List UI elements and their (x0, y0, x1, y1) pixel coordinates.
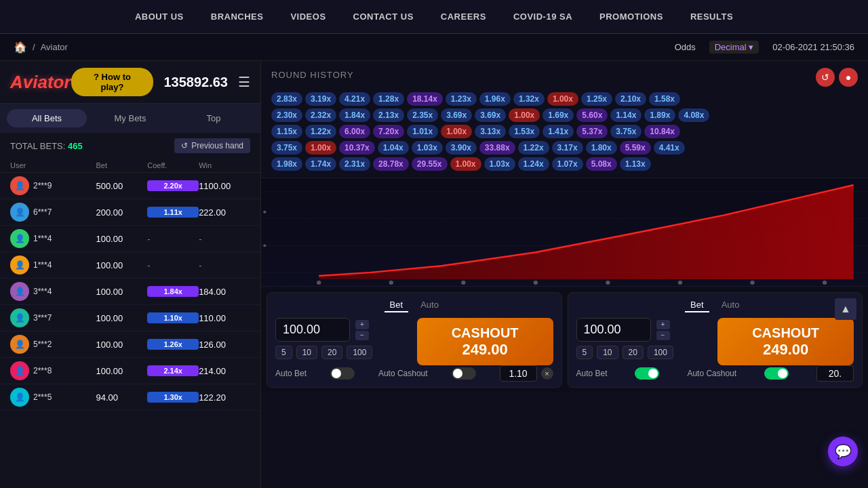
auto-cashout-clear-1[interactable]: × (541, 367, 553, 380)
quick-bet-20[interactable]: 20 (321, 346, 342, 359)
bet-panel-2-tab-auto[interactable]: Auto (716, 298, 745, 312)
auto-cashout-value-2[interactable] (816, 365, 854, 382)
history-badge[interactable]: 1.25x (581, 92, 612, 106)
history-badge[interactable]: 2.83x (271, 92, 302, 106)
history-badge[interactable]: 1.24x (518, 157, 549, 171)
history-badge[interactable]: 1.98x (271, 157, 302, 171)
history-badge[interactable]: 1.04x (378, 141, 409, 155)
history-badge[interactable]: 3.19x (305, 92, 336, 106)
history-badge[interactable]: 18.14x (407, 92, 443, 106)
history-badge[interactable]: 1.69x (542, 108, 574, 122)
history-badge[interactable]: 1.00x (305, 141, 336, 155)
history-badge[interactable]: 1.14x (610, 108, 642, 122)
history-badge[interactable]: 2.35x (407, 108, 438, 122)
history-badge[interactable]: 1.32x (513, 92, 545, 106)
auto-cashout-toggle-2[interactable] (764, 367, 789, 380)
history-badge[interactable]: 1.00x (441, 125, 472, 138)
tab-my-bets[interactable]: My Bets (90, 109, 170, 127)
nav-branches[interactable]: BRANCHES (211, 12, 264, 22)
history-badge[interactable]: 1.00x (450, 157, 481, 171)
nav-videos[interactable]: VIDEOS (290, 12, 326, 22)
history-badge[interactable]: 3.69x (475, 108, 506, 122)
history-badge[interactable]: 1.74x (305, 157, 336, 171)
history-record-button[interactable]: ● (839, 68, 858, 87)
quick-bet-2-5[interactable]: 5 (576, 346, 593, 359)
nav-covid19[interactable]: COVID-19 SA (513, 12, 572, 22)
history-badge[interactable]: 5.60x (576, 108, 608, 122)
history-badge[interactable]: 1.41x (542, 125, 574, 138)
home-icon[interactable]: 🏠 (14, 41, 27, 54)
quick-bet-100[interactable]: 100 (347, 346, 372, 359)
history-badge[interactable]: 1.07x (552, 157, 583, 171)
history-badge[interactable]: 1.80x (586, 141, 617, 155)
history-badge[interactable]: 1.00x (509, 108, 540, 122)
bet-panel-1-decrement[interactable]: − (355, 331, 369, 340)
history-badge[interactable]: 4.41x (654, 141, 685, 155)
history-badge[interactable]: 2.31x (339, 157, 370, 171)
history-badge[interactable]: 1.22x (518, 141, 549, 155)
bet-panel-2-tab-bet[interactable]: Bet (685, 298, 709, 312)
nav-about-us[interactable]: ABOUT US (135, 12, 184, 22)
tab-all-bets[interactable]: All Bets (7, 109, 87, 127)
cashout-button-2[interactable]: CASHOUT 249.00 (717, 318, 854, 365)
history-badge[interactable]: 3.75x (610, 125, 642, 138)
history-badge[interactable]: 33.88x (479, 141, 515, 155)
history-badge[interactable]: 1.01x (407, 125, 438, 138)
nav-contact-us[interactable]: CONTACT US (353, 12, 414, 22)
history-badge[interactable]: 2.32x (305, 108, 336, 122)
history-badge[interactable]: 1.58x (649, 92, 680, 106)
history-badge[interactable]: 1.28x (373, 92, 404, 106)
history-badge[interactable]: 3.90x (446, 141, 477, 155)
auto-cashout-value-1[interactable] (500, 365, 537, 382)
history-badge[interactable]: 1.23x (446, 92, 477, 106)
bet-panel-1-tab-bet[interactable]: Bet (384, 298, 409, 312)
history-badge[interactable]: 10.84x (644, 125, 680, 138)
history-badge[interactable]: 28.78x (373, 157, 409, 171)
history-badge[interactable]: 3.69x (441, 108, 472, 122)
history-badge[interactable]: 5.37x (576, 125, 608, 138)
quick-bet-5[interactable]: 5 (275, 346, 292, 359)
quick-bet-2-10[interactable]: 10 (597, 346, 618, 359)
history-refresh-button[interactable]: ↺ (816, 68, 835, 87)
quick-bet-10[interactable]: 10 (296, 346, 317, 359)
history-badge[interactable]: 2.13x (373, 108, 404, 122)
odds-dropdown[interactable]: Decimal ▾ (709, 41, 760, 54)
history-badge[interactable]: 5.59x (620, 141, 651, 155)
scroll-up-button[interactable]: ▲ (835, 298, 856, 320)
history-badge[interactable]: 1.53x (509, 125, 540, 138)
bet-panel-2-amount-input[interactable] (576, 318, 651, 342)
cashout-button-1[interactable]: CASHOUT 249.00 (417, 318, 553, 365)
history-badge[interactable]: 1.15x (271, 125, 302, 138)
history-badge[interactable]: 1.96x (479, 92, 511, 106)
history-badge[interactable]: 5.08x (586, 157, 617, 171)
quick-bet-2-20[interactable]: 20 (623, 346, 644, 359)
history-badge[interactable]: 2.30x (271, 108, 302, 122)
history-badge[interactable]: 1.84x (339, 108, 370, 122)
history-badge[interactable]: 1.03x (412, 141, 443, 155)
history-badge[interactable]: 1.89x (644, 108, 675, 122)
bet-panel-2-increment[interactable]: + (656, 320, 670, 329)
auto-bet-toggle-2[interactable] (635, 367, 659, 380)
history-badge[interactable]: 2.10x (615, 92, 646, 106)
history-badge[interactable]: 1.00x (547, 92, 578, 106)
bet-panel-1-tab-auto[interactable]: Auto (415, 298, 444, 312)
bet-panel-1-amount-input[interactable] (275, 318, 350, 342)
previous-hand-button[interactable]: ↺ Previous hand (174, 138, 250, 153)
nav-careers[interactable]: CAREERS (441, 12, 486, 22)
history-badge[interactable]: 3.13x (475, 125, 506, 138)
history-badge[interactable]: 6.00x (339, 125, 370, 138)
nav-promotions[interactable]: PROMOTIONS (599, 12, 663, 22)
history-badge[interactable]: 29.55x (412, 157, 448, 171)
auto-cashout-toggle-1[interactable] (452, 367, 476, 380)
history-badge[interactable]: 10.37x (339, 141, 375, 155)
quick-bet-2-100[interactable]: 100 (648, 346, 673, 359)
chat-bubble[interactable]: 💬 (828, 436, 858, 466)
history-badge[interactable]: 1.03x (484, 157, 515, 171)
auto-bet-toggle-1[interactable] (330, 367, 355, 380)
bet-panel-2-decrement[interactable]: − (656, 331, 670, 340)
menu-hamburger-icon[interactable]: ☰ (238, 74, 250, 90)
tab-top[interactable]: Top (174, 109, 254, 127)
nav-results[interactable]: RESULTS (690, 12, 733, 22)
history-badge[interactable]: 1.22x (305, 125, 336, 138)
history-badge[interactable]: 4.08x (678, 108, 709, 122)
